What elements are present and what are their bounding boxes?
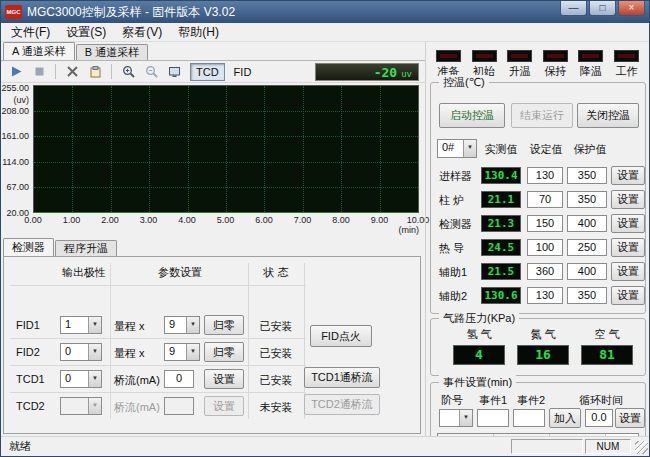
protect-temp-input[interactable]: 350	[567, 167, 607, 184]
fid-label: FID	[234, 66, 252, 78]
temp-set-button[interactable]: 设置	[611, 214, 645, 233]
protect-temp-input[interactable]: 400	[567, 215, 607, 232]
actual-temp-display: 21.1	[481, 191, 521, 208]
chevron-down-icon[interactable]	[88, 317, 101, 333]
set-temp-input[interactable]: 100	[527, 239, 563, 256]
column-header-set: 设定值	[527, 142, 565, 157]
detector-label: FID1	[16, 319, 52, 331]
title-bar[interactable]: MGC MGC3000控制及采样 - 固件版本 V3.02 — □ ×	[1, 1, 649, 23]
set-temp-input[interactable]: 360	[527, 263, 563, 280]
play-icon[interactable]	[5, 62, 27, 82]
led-display-icon	[614, 50, 639, 62]
temp-set-button[interactable]: 设置	[611, 166, 645, 185]
grid-line	[111, 86, 112, 212]
minimize-button[interactable]: —	[560, 1, 587, 16]
stop-icon[interactable]	[28, 62, 50, 82]
zoom-in-icon[interactable]	[117, 62, 139, 82]
paste-icon[interactable]	[84, 62, 106, 82]
menu-help[interactable]: 帮助(H)	[170, 22, 227, 43]
tcd-toggle-button[interactable]: TCD	[190, 63, 225, 81]
x-axis-tick: 2.00	[101, 215, 119, 225]
polarity-value	[61, 398, 88, 414]
grid-line	[303, 86, 304, 212]
chevron-down-icon[interactable]	[88, 398, 101, 414]
cycle-time-input[interactable]: 0.0	[585, 409, 613, 427]
chevron-down-icon[interactable]	[463, 140, 476, 157]
polarity-dropdown[interactable]	[60, 397, 102, 415]
chevron-down-icon[interactable]	[186, 317, 199, 333]
channel-selector-dropdown[interactable]: 0#	[437, 139, 477, 158]
group-title: 气路压力(KPa)	[439, 311, 519, 326]
stage-value	[440, 410, 459, 426]
tcd1-bridge-button[interactable]: TCD1通桥流	[304, 367, 380, 388]
set-temp-input[interactable]: 70	[527, 191, 563, 208]
resize-grip[interactable]	[635, 441, 648, 454]
delete-icon[interactable]	[61, 62, 83, 82]
event1-input[interactable]	[477, 409, 509, 427]
tcd2-bridge-button[interactable]: TCD2通桥流	[304, 394, 380, 415]
toolbar-separator	[55, 64, 56, 79]
chevron-down-icon[interactable]	[88, 344, 101, 360]
protect-temp-input[interactable]: 350	[567, 191, 607, 208]
set-temp-input[interactable]: 130	[527, 287, 563, 304]
range-value: 9	[165, 344, 186, 360]
y-axis-tick: 67.00	[6, 182, 29, 192]
range-dropdown[interactable]: 9	[164, 316, 200, 334]
polarity-dropdown[interactable]: 0	[60, 370, 102, 388]
chevron-down-icon[interactable]	[459, 410, 472, 426]
protect-temp-input[interactable]: 350	[567, 287, 607, 304]
tab-program-temp[interactable]: 程序升温	[55, 240, 117, 256]
grid-line	[380, 86, 381, 212]
stage-dropdown[interactable]	[439, 409, 473, 427]
set-temp-input[interactable]: 150	[527, 215, 563, 232]
maximize-button[interactable]: □	[589, 1, 616, 16]
menu-settings[interactable]: 设置(S)	[58, 22, 114, 43]
gas-pressure-group: 气路压力(KPa) 氢 气 4 氮 气 16 空 气 81	[430, 318, 646, 376]
chevron-down-icon[interactable]	[88, 371, 101, 387]
event2-input[interactable]	[513, 409, 545, 427]
temp-control-group: 控温(℃) 启动控温 结束运行 关闭控温 0# 实测值 设定值 保护值 进样器1…	[430, 82, 646, 314]
tab-channel-b[interactable]: B 通道采样	[76, 44, 148, 60]
polarity-dropdown[interactable]: 0	[60, 343, 102, 361]
temp-row: 辅助2130.6130350设置	[431, 287, 645, 306]
cycle-set-button[interactable]: 设置	[615, 408, 645, 428]
y-axis-tick: 161.00	[1, 131, 29, 141]
bridge-current-input[interactable]: 0	[164, 370, 194, 388]
temp-set-button[interactable]: 设置	[611, 262, 645, 281]
gas-channel-n2: 氮 气 16	[513, 327, 573, 365]
selector-value: 0#	[438, 140, 463, 157]
zero-button[interactable]: 归零	[204, 315, 244, 335]
set-button[interactable]: 设置	[204, 369, 244, 389]
gas-pressure-display: 81	[581, 345, 633, 365]
tab-detector[interactable]: 检测器	[3, 238, 54, 256]
x-axis: 0.001.002.003.004.005.006.007.008.009.00…	[33, 215, 418, 226]
zero-button[interactable]: 归零	[204, 342, 244, 362]
temp-set-button[interactable]: 设置	[611, 190, 645, 209]
zoom-out-icon[interactable]	[140, 62, 162, 82]
temp-set-button[interactable]: 设置	[611, 286, 645, 305]
fid-ignite-button[interactable]: FID点火	[310, 325, 372, 347]
set-button[interactable]: 设置	[204, 396, 244, 416]
set-temp-input[interactable]: 130	[527, 167, 563, 184]
chart-window-icon[interactable]	[163, 62, 185, 82]
close-button[interactable]: ×	[618, 1, 645, 16]
close-temp-button[interactable]: 关闭控温	[577, 103, 639, 128]
end-run-button[interactable]: 结束运行	[511, 103, 573, 128]
menu-file[interactable]: 文件(F)	[3, 22, 58, 43]
chevron-down-icon[interactable]	[186, 344, 199, 360]
tab-channel-a[interactable]: A 通道采样	[3, 42, 75, 60]
menu-view[interactable]: 察看(V)	[114, 22, 170, 43]
range-dropdown[interactable]: 9	[164, 343, 200, 361]
protect-temp-input[interactable]: 250	[567, 239, 607, 256]
protect-temp-input[interactable]: 400	[567, 263, 607, 280]
polarity-dropdown[interactable]: 1	[60, 316, 102, 334]
channel-pane: A 通道采样 B 通道采样	[1, 42, 425, 436]
status-indicator: 降温	[574, 50, 607, 79]
start-temp-button[interactable]: 启动控温	[439, 103, 505, 128]
temp-set-button[interactable]: 设置	[611, 238, 645, 257]
add-event-button[interactable]: 加入	[549, 408, 581, 428]
plot-area[interactable]	[33, 85, 419, 213]
actual-temp-display: 130.4	[481, 167, 521, 184]
bridge-current-input[interactable]	[164, 397, 194, 415]
event2-label: 事件2	[517, 393, 545, 408]
